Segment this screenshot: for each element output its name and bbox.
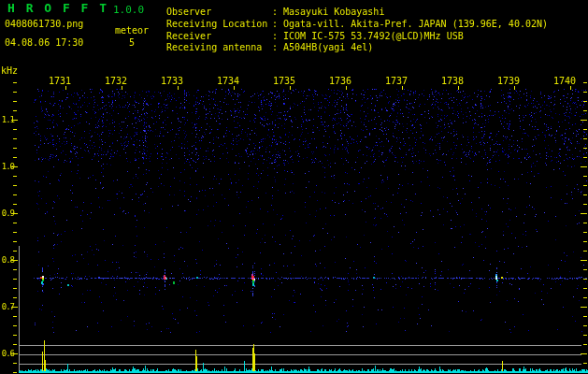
time-label: 1738 bbox=[439, 76, 466, 86]
info-value: : ICOM IC-575 53.7492(@LCD)MHz USB bbox=[272, 31, 464, 41]
info-label: Observer bbox=[166, 7, 272, 17]
frequency-label: 0.9 bbox=[0, 209, 14, 219]
time-label: 1739 bbox=[495, 76, 522, 86]
info-value: : Ogata-vill. Akita-Pref. JAPAN (139.96E… bbox=[272, 19, 548, 29]
info-row: Receiver: ICOM IC-575 53.7492(@LCD)MHz U… bbox=[166, 32, 464, 41]
info-row: Observer: Masayuki Kobayashi bbox=[166, 7, 384, 17]
info-value: : A504HB(yagi 4el) bbox=[272, 42, 373, 52]
spectrogram-canvas bbox=[0, 0, 588, 374]
info-value: : Masayuki Kobayashi bbox=[272, 7, 384, 17]
time-label: 1740 bbox=[552, 76, 578, 86]
info-label: Receiver bbox=[166, 32, 272, 41]
time-label: 1733 bbox=[159, 76, 185, 86]
time-label: 1731 bbox=[47, 76, 73, 86]
time-label: 1737 bbox=[383, 76, 409, 86]
app-version: 1.0.0 bbox=[113, 5, 144, 15]
frequency-label: 1.1 bbox=[0, 115, 14, 125]
time-label: 1734 bbox=[215, 76, 241, 86]
app-title: H R O F F T bbox=[7, 3, 108, 13]
time-label: 1732 bbox=[103, 76, 129, 86]
time-label: 1735 bbox=[271, 76, 297, 86]
info-label: Receiving antenna bbox=[166, 43, 272, 52]
info-row: Receiving Location: Ogata-vill. Akita-Pr… bbox=[166, 20, 548, 29]
frequency-label: 0.8 bbox=[0, 255, 14, 266]
mode-label: meteor bbox=[115, 25, 149, 36]
info-label: Receiving Location bbox=[166, 20, 272, 29]
time-label: 1736 bbox=[327, 76, 353, 86]
frequency-label: 0.7 bbox=[0, 302, 14, 312]
record-datetime: 04.08.06 17:30 bbox=[5, 37, 83, 48]
hrofft-window: H R O F F T 1.0.0 0408061730.png meteor … bbox=[0, 0, 588, 374]
frequency-label: 0.6 bbox=[0, 349, 14, 359]
output-filename: 0408061730.png bbox=[5, 19, 83, 29]
freq-axis-unit: kHz bbox=[1, 65, 18, 76]
meteor-count: 5 bbox=[129, 37, 135, 48]
info-row: Receiving antenna: A504HB(yagi 4el) bbox=[166, 43, 373, 52]
frequency-label: 1.0 bbox=[0, 162, 14, 172]
